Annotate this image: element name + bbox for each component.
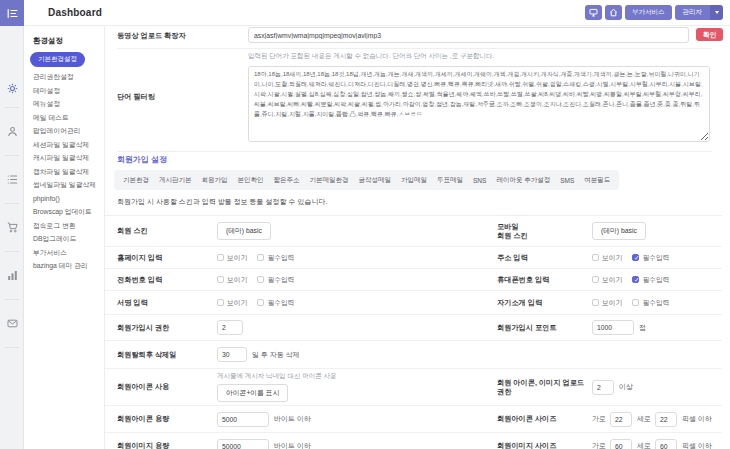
confirm-button[interactable]: 확인: [696, 28, 723, 41]
mobile-show-checkbox[interactable]: 보이기: [592, 275, 622, 285]
word-filter-label: 단어 필터링: [117, 92, 155, 101]
checkbox[interactable]: [217, 299, 224, 306]
config-tab[interactable]: 기본환경: [118, 176, 154, 185]
sidebar-item[interactable]: 캡차파일 일괄삭제: [24, 165, 104, 179]
video-extension-input[interactable]: [248, 27, 689, 43]
config-tab[interactable]: 회원가입: [197, 176, 233, 185]
icon-size-height-input[interactable]: [655, 412, 677, 427]
profile-show-checkbox[interactable]: 보이기: [592, 298, 622, 308]
address-required-checkbox[interactable]: 필수입력: [632, 253, 669, 263]
sidebar-item[interactable]: bazinga 테마 관리: [24, 259, 104, 273]
sidebar-item-basic-config[interactable]: 기본환경설정: [30, 52, 85, 67]
sidebar-item[interactable]: DB업그레이드: [24, 232, 104, 246]
mobile-required-checkbox[interactable]: 필수입력: [632, 275, 669, 285]
sidebar-item[interactable]: 썸네일파일 일괄삭제: [24, 178, 104, 192]
rail-members-button[interactable]: [0, 125, 24, 137]
config-tab[interactable]: 글작성메일: [354, 176, 397, 185]
config-tab[interactable]: 레이아웃 추가설정: [491, 176, 555, 185]
sidebar-item[interactable]: 접속로그 변환: [24, 219, 104, 233]
leave-days-input[interactable]: [217, 347, 247, 362]
config-tab[interactable]: SNS: [468, 177, 491, 184]
image-bytes-input[interactable]: [217, 439, 269, 449]
desktop-button[interactable]: [585, 5, 602, 20]
checkbox[interactable]: [592, 254, 599, 261]
sidebar-item[interactable]: 세션파일 일괄삭제: [24, 138, 104, 152]
icon-size-width-label: 가로: [592, 414, 606, 424]
sidebar-item[interactable]: Browscap 업데이트: [24, 205, 104, 219]
admin-menu-button[interactable]: 관리자: [675, 5, 724, 20]
member-icon-use-select[interactable]: 아이콘+이름 표시: [217, 384, 288, 402]
icon-size-width-input[interactable]: [610, 412, 632, 427]
rail-board-button[interactable]: [0, 173, 24, 185]
signature-input-label: 서명 입력: [117, 298, 217, 307]
sidebar-item[interactable]: 테마설정: [24, 84, 104, 98]
checkbox[interactable]: [217, 276, 224, 283]
rail-mail-button[interactable]: [0, 317, 24, 329]
icon-size-label: 회원아이콘 사이즈: [497, 414, 592, 423]
addon-service-button[interactable]: 부가서비스: [625, 5, 672, 20]
config-tab[interactable]: 투표메일: [432, 176, 468, 185]
admin-menu-label: 관리자: [675, 5, 711, 20]
rail-stats-button[interactable]: [0, 269, 24, 281]
word-filter-textarea[interactable]: 18아,18놈,18새끼,18년,18놈,18것,18넘,개년,개놈,개뇬,개새…: [248, 66, 710, 142]
upload-level-input[interactable]: [592, 380, 614, 395]
join-level-input[interactable]: [217, 320, 243, 335]
checkbox[interactable]: [592, 276, 599, 283]
join-point-input[interactable]: [592, 320, 634, 335]
admin-dashboard-page: Dashboard 부가서비스 관리자 환경설정 기본환경설정 관리권한설정 테…: [0, 0, 730, 449]
phone-show-checkbox[interactable]: 보이기: [217, 275, 247, 285]
signature-show-checkbox[interactable]: 보이기: [217, 298, 247, 308]
rail-shop-button[interactable]: [0, 221, 24, 233]
config-tab[interactable]: 가입메일: [396, 176, 432, 185]
sidebar-item[interactable]: 관리권한설정: [24, 70, 104, 84]
checkbox[interactable]: [257, 299, 264, 306]
home-button[interactable]: [605, 5, 622, 20]
user-icon: [7, 126, 18, 137]
sidebar-item[interactable]: 캐시파일 일괄삭제: [24, 151, 104, 165]
checkbox[interactable]: [217, 254, 224, 261]
rail-divider: [5, 251, 19, 252]
chevron-down-icon[interactable]: [710, 5, 723, 20]
member-skin-select[interactable]: (테마) basic: [217, 222, 271, 240]
sidebar-heading: 환경설정: [24, 26, 104, 46]
sidebar-item[interactable]: phpinfo(): [24, 192, 104, 206]
rail-settings-button[interactable]: [0, 82, 24, 94]
image-size-width-input[interactable]: [610, 439, 632, 449]
checkbox[interactable]: [592, 299, 599, 306]
config-tab[interactable]: SMS: [555, 177, 579, 184]
signature-required-checkbox[interactable]: 필수입력: [257, 298, 294, 308]
sidebar-item[interactable]: 메일 테스트: [24, 111, 104, 125]
checkbox-label: 필수입력: [642, 253, 669, 263]
checkbox[interactable]: [632, 276, 639, 283]
checkbox[interactable]: [632, 299, 639, 306]
config-tab[interactable]: 여분필드: [579, 176, 615, 185]
mobile-input-label: 휴대폰번호 입력: [497, 275, 592, 284]
checkbox[interactable]: [257, 254, 264, 261]
checkbox[interactable]: [632, 254, 639, 261]
mobile-member-skin-select[interactable]: (테마) basic: [592, 222, 646, 240]
config-tab[interactable]: 게시판기본: [154, 176, 197, 185]
sidebar-item[interactable]: 부가서비스: [24, 246, 104, 260]
homepage-show-checkbox[interactable]: 보이기: [217, 253, 247, 263]
phone-required-checkbox[interactable]: 필수입력: [257, 275, 294, 285]
sidebar-item[interactable]: 팝업레이어관리: [24, 124, 104, 138]
checkbox[interactable]: [257, 276, 264, 283]
sidebar-toggle-button[interactable]: [0, 0, 24, 26]
homepage-required-checkbox[interactable]: 필수입력: [257, 253, 294, 263]
table-row: 홈페이지 입력 보이기 필수입력 주소 입력 보이기 필수입력: [105, 247, 722, 269]
table-row: 회원이미지 용량 바이트 이하 회원이미지 사이즈 가로 세로 픽셀 이하: [105, 433, 722, 449]
sidebar-item[interactable]: 메뉴설정: [24, 97, 104, 111]
address-show-checkbox[interactable]: 보이기: [592, 253, 622, 263]
config-tab[interactable]: 본인확인: [233, 176, 269, 185]
config-tab[interactable]: 짧은주소: [269, 176, 305, 185]
image-size-height-input[interactable]: [655, 439, 677, 449]
profile-input-label: 자기소개 입력: [497, 298, 592, 307]
settings-sidebar: 환경설정 기본환경설정 관리권한설정 테마설정 메뉴설정 메일 테스트 팝업레이…: [24, 26, 105, 449]
icon-bytes-input[interactable]: [217, 412, 269, 427]
member-icon-use-help: 게시물에 게시자 닉네임 대신 아이콘 사용: [217, 372, 337, 381]
join-level-label: 회원가입시 권한: [117, 323, 217, 332]
word-filter-help: 입력된 단어가 포함된 내용은 게시할 수 없습니다. 단어와 단어 사이는 ,…: [248, 52, 494, 61]
divider: [117, 48, 712, 49]
profile-required-checkbox[interactable]: 필수입력: [632, 298, 669, 308]
config-tab[interactable]: 기본메일환경: [305, 176, 354, 185]
